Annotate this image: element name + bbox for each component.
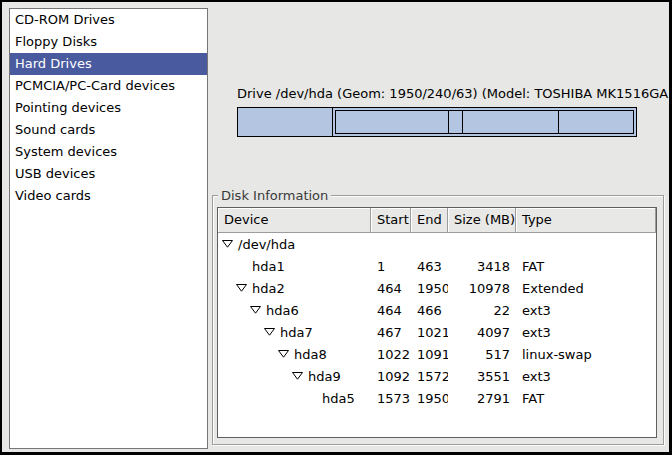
disk-information-table: DeviceStartEndSize (MB)Type /dev/hdahda1… [217,207,657,438]
type-cell: FAT [516,391,656,406]
column-header-size-mb-[interactable]: Size (MB) [448,208,516,233]
device-name: hda9 [308,369,341,384]
start-cell: 1022 [371,347,411,362]
device-name: hda8 [294,347,327,362]
device-cell: hda7 [218,325,371,340]
column-header-type[interactable]: Type [516,208,656,233]
expander-spacer [306,393,322,403]
start-cell: 464 [371,281,411,296]
end-cell: 1021 [411,325,448,340]
expander-spacer [236,261,252,271]
type-cell: ext3 [516,369,656,384]
start-cell: 464 [371,303,411,318]
start-cell: 1573 [371,391,411,406]
expander-triangle-icon[interactable] [236,283,252,293]
size-cell: 517 [448,347,516,362]
device-name: hda5 [322,391,355,406]
expander-triangle-icon[interactable] [292,371,308,381]
start-cell: 1092 [371,369,411,384]
device-category-list[interactable]: CD-ROM DrivesFloppy DisksHard DrivesPCMC… [9,8,208,449]
device-cell: hda1 [218,259,371,274]
sidebar-item-system-devices[interactable]: System devices [10,141,207,163]
expander-triangle-icon[interactable] [278,349,294,359]
end-cell: 1950 [411,281,448,296]
logical-partition-divider [448,111,449,133]
start-cell: 1 [371,259,411,274]
sidebar-item-hard-drives[interactable]: Hard Drives [10,53,207,75]
logical-partition-divider [558,111,559,133]
extended-partition-box [335,110,634,134]
expander-triangle-icon[interactable] [250,305,266,315]
table-row[interactable]: hda646446622ext3 [218,299,656,321]
end-cell: 1950 [411,391,448,406]
device-cell: hda9 [218,369,371,384]
device-name: hda7 [280,325,313,340]
column-header-device[interactable]: Device [218,208,371,233]
sidebar-item-cd-rom-drives[interactable]: CD-ROM Drives [10,9,207,31]
table-row[interactable]: hda810221091517linux-swap [218,343,656,365]
sidebar-item-pcmcia-pc-card-devices[interactable]: PCMCIA/PC-Card devices [10,75,207,97]
device-cell: /dev/hda [218,237,371,252]
type-cell: ext3 [516,303,656,318]
hardware-browser-window: CD-ROM DrivesFloppy DisksHard DrivesPCMC… [0,0,672,455]
expander-triangle-icon[interactable] [264,327,280,337]
sidebar-item-sound-cards[interactable]: Sound cards [10,119,207,141]
device-name: hda1 [252,259,285,274]
expander-triangle-icon[interactable] [222,239,238,249]
start-cell: 467 [371,325,411,340]
table-row[interactable]: hda746710214097ext3 [218,321,656,343]
type-cell: ext3 [516,325,656,340]
size-cell: 4097 [448,325,516,340]
end-cell: 466 [411,303,448,318]
device-name: hda6 [266,303,299,318]
type-cell: linux-swap [516,347,656,362]
device-name: hda2 [252,281,285,296]
device-cell: hda2 [218,281,371,296]
table-row[interactable]: hda114633418FAT [218,255,656,277]
sidebar-item-usb-devices[interactable]: USB devices [10,163,207,185]
sidebar-item-pointing-devices[interactable]: Pointing devices [10,97,207,119]
table-row[interactable]: hda5157319502791FAT [218,387,656,409]
table-row[interactable]: hda9109215723551ext3 [218,365,656,387]
disk-information-label: Disk Information [218,188,331,203]
logical-partition-divider [462,111,463,133]
device-cell: hda6 [218,303,371,318]
partition-bar [237,107,637,137]
column-header-end[interactable]: End [411,208,448,233]
drive-title: Drive /dev/hda (Geom: 1950/240/63) (Mode… [237,86,637,102]
type-cell: FAT [516,259,656,274]
end-cell: 1572 [411,369,448,384]
disk-table-header: DeviceStartEndSize (MB)Type [218,208,656,233]
size-cell: 2791 [448,391,516,406]
device-cell: hda8 [218,347,371,362]
device-name: /dev/hda [238,237,295,252]
disk-table-body: /dev/hdahda114633418FAThda2464195010978E… [218,233,656,409]
end-cell: 463 [411,259,448,274]
size-cell: 10978 [448,281,516,296]
end-cell: 1091 [411,347,448,362]
sidebar-item-video-cards[interactable]: Video cards [10,185,207,207]
table-row[interactable]: /dev/hda [218,233,656,255]
size-cell: 22 [448,303,516,318]
sidebar-item-floppy-disks[interactable]: Floppy Disks [10,31,207,53]
device-cell: hda5 [218,391,371,406]
size-cell: 3551 [448,369,516,384]
size-cell: 3418 [448,259,516,274]
column-header-start[interactable]: Start [371,208,411,233]
table-row[interactable]: hda2464195010978Extended [218,277,656,299]
primary-partition-divider [332,108,333,136]
type-cell: Extended [516,281,656,296]
